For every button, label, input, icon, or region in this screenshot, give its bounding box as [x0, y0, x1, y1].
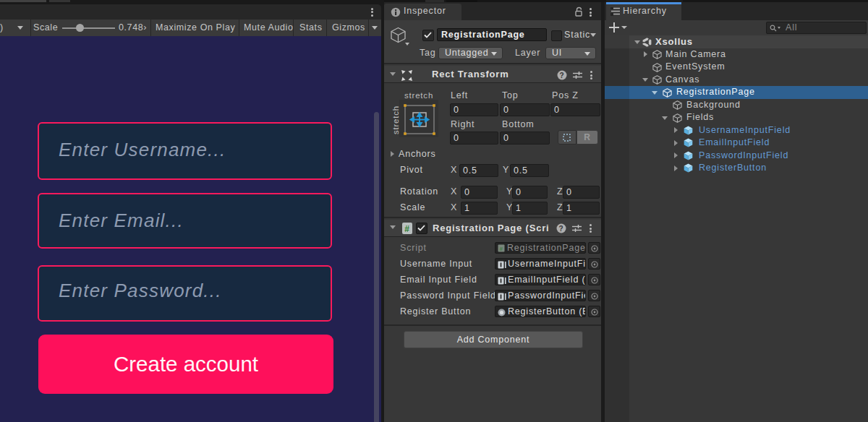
svg-text:?: ? — [559, 225, 564, 233]
svg-text:?: ? — [560, 72, 565, 79]
svg-text:#: # — [499, 246, 503, 252]
svg-text:#: # — [404, 223, 409, 233]
